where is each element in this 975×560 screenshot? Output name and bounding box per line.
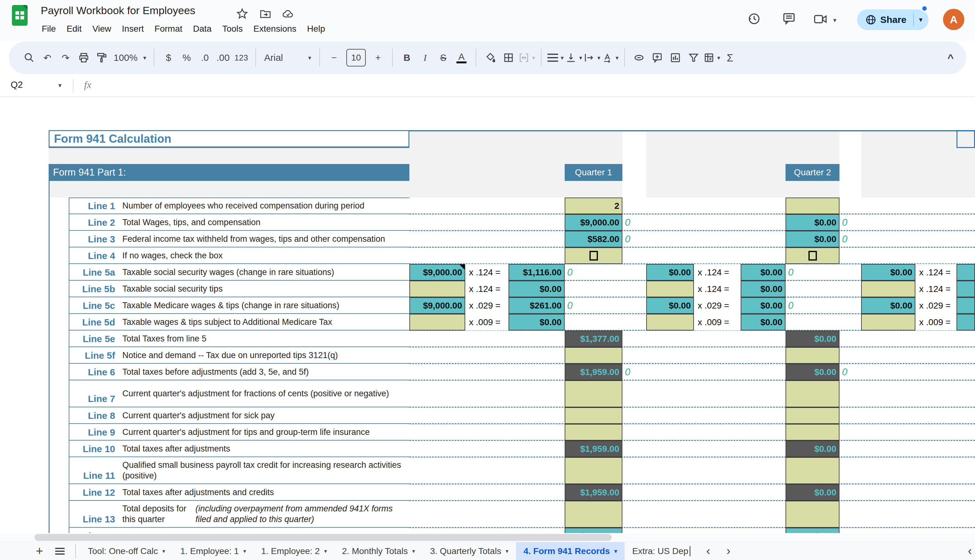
line-desc-11[interactable]: Taxable social security tips xyxy=(122,281,409,297)
tab-caret[interactable]: ▾ xyxy=(614,548,617,555)
star-icon[interactable] xyxy=(236,8,249,20)
cell-F13[interactable]: x .009 = xyxy=(465,314,509,330)
horizontal-scrollbar-thumb[interactable] xyxy=(35,534,612,541)
tab-1-employee-2[interactable]: 1. Employee: 2▾ xyxy=(254,542,334,560)
cell-H18[interactable] xyxy=(565,407,623,424)
cell-O10[interactable]: $0.00 xyxy=(861,264,915,281)
line-desc-15[interactable]: Notice and demand -- Tax due on unreport… xyxy=(122,347,409,364)
tab-scroll-right-icon[interactable]: › xyxy=(718,542,739,560)
tab-caret[interactable]: ▾ xyxy=(243,548,246,555)
share-dropdown-caret[interactable]: ▾ xyxy=(919,16,922,24)
cell-H20[interactable]: $1,959.00 xyxy=(565,440,623,457)
search-icon[interactable] xyxy=(20,48,38,68)
cell-M15[interactable] xyxy=(786,347,840,364)
cell-G11[interactable]: $0.00 xyxy=(509,281,565,297)
sheets-logo-icon[interactable] xyxy=(12,5,28,26)
cell-M8[interactable]: $0.00 xyxy=(786,231,840,247)
text-color-button[interactable]: A xyxy=(452,48,471,68)
comments-icon[interactable] xyxy=(782,11,796,26)
line-label-24[interactable]: Line 14 xyxy=(69,528,116,533)
horizontal-align-icon[interactable]: ▾ xyxy=(546,48,565,68)
line-desc-16[interactable]: Total taxes before adjustments (add 3, 5… xyxy=(122,364,409,380)
line-label-17[interactable]: Line 7 xyxy=(69,380,116,407)
line-label-13[interactable]: Line 5d xyxy=(69,314,116,330)
meet-camera-icon[interactable] xyxy=(813,12,828,26)
line-desc-23[interactable]: Total deposits for this quarter (includi… xyxy=(122,501,409,528)
line-desc-10[interactable]: Taxable social security wages (change in… xyxy=(122,264,409,281)
cell-H19[interactable] xyxy=(565,424,623,440)
cell-G10[interactable]: $1,116.00 xyxy=(509,264,565,281)
cell-J13[interactable] xyxy=(646,314,694,330)
line-desc-21[interactable]: Qualified small business payroll tax cre… xyxy=(122,457,409,484)
account-avatar[interactable]: A xyxy=(943,9,964,30)
menu-format[interactable]: Format xyxy=(149,21,188,37)
cell-H22[interactable]: $1,959.00 xyxy=(565,484,623,501)
cell-F12[interactable]: x .029 = xyxy=(465,297,509,314)
more-formats-button[interactable]: 123 xyxy=(232,48,250,68)
line-label-21[interactable]: Line 11 xyxy=(69,457,116,484)
tab-caret[interactable]: ▾ xyxy=(412,548,415,555)
line-desc-12[interactable]: Taxable Medicare wages & tips (change in… xyxy=(122,297,409,314)
cell-G12[interactable]: $261.00 xyxy=(509,297,565,314)
cell-E11[interactable] xyxy=(409,281,465,297)
cell-H6[interactable]: 2 xyxy=(565,198,623,214)
cell-P11[interactable]: x .124 = xyxy=(915,281,957,297)
menu-view[interactable]: View xyxy=(87,21,116,37)
add-sheet-button[interactable]: + xyxy=(30,542,49,560)
cell-P13[interactable]: x .009 = xyxy=(915,314,957,330)
line-desc-20[interactable]: Total taxes after adjustments xyxy=(122,440,409,457)
cell-M17[interactable] xyxy=(786,380,840,407)
name-box[interactable]: Q2 xyxy=(11,80,23,90)
cell-M18[interactable] xyxy=(786,407,840,424)
cell-Q13[interactable] xyxy=(957,314,975,330)
cell-M22[interactable]: $0.00 xyxy=(786,484,840,501)
selected-cell-q2[interactable] xyxy=(957,130,975,148)
tab-caret[interactable]: ▾ xyxy=(324,548,327,555)
line-desc-13[interactable]: Taxable wages & tips subject to Addition… xyxy=(122,314,409,330)
horizontal-scrollbar[interactable] xyxy=(0,533,975,542)
collapse-toolbar-button[interactable]: ^ xyxy=(947,52,954,64)
line-desc-14[interactable]: Total Taxes from line 5 xyxy=(122,330,409,347)
cell-H17[interactable] xyxy=(565,380,623,407)
line-label-8[interactable]: Line 3 xyxy=(69,231,116,247)
currency-format-button[interactable]: $ xyxy=(159,48,177,68)
cell-M14[interactable]: $0.00 xyxy=(786,330,840,347)
cell-Q11[interactable] xyxy=(957,281,975,297)
cloud-status-icon[interactable] xyxy=(282,8,294,20)
cell-G13[interactable]: $0.00 xyxy=(509,314,565,330)
line-desc-18[interactable]: Current quarter's adjustment for sick pa… xyxy=(122,407,409,424)
line-label-11[interactable]: Line 5b xyxy=(69,281,116,297)
cell-M21[interactable] xyxy=(786,457,840,484)
tab-1-employee-1[interactable]: 1. Employee: 1▾ xyxy=(173,542,254,560)
menu-data[interactable]: Data xyxy=(188,21,217,37)
formula-input[interactable] xyxy=(100,78,969,93)
cell-E12[interactable]: $9,000.00 xyxy=(409,297,465,314)
insert-comment-icon[interactable] xyxy=(648,48,666,68)
cell-L12[interactable]: $0.00 xyxy=(741,297,786,314)
cell-H15[interactable] xyxy=(565,347,623,364)
cell-J12[interactable]: $0.00 xyxy=(646,297,694,314)
undo-icon[interactable]: ↶ xyxy=(38,48,57,68)
menu-tools[interactable]: Tools xyxy=(217,21,248,37)
line-label-9[interactable]: Line 4 xyxy=(69,247,116,264)
cell-E13[interactable] xyxy=(409,314,465,330)
tab-4-form-941-records[interactable]: 4. Form 941 Records▾ xyxy=(516,542,625,560)
cell-L11[interactable]: $0.00 xyxy=(741,281,786,297)
decrease-font-size-button[interactable]: − xyxy=(325,48,343,68)
line-label-16[interactable]: Line 6 xyxy=(69,364,116,380)
line-label-19[interactable]: Line 9 xyxy=(69,424,116,440)
camera-dropdown-caret[interactable]: ▾ xyxy=(833,16,836,24)
cell-O11[interactable] xyxy=(861,281,915,297)
print-icon[interactable] xyxy=(75,48,93,68)
cell-O12[interactable]: $0.00 xyxy=(861,297,915,314)
tab-caret[interactable]: ▾ xyxy=(162,548,165,555)
cell-H14[interactable]: $1,377.00 xyxy=(565,330,623,347)
cell-Q10[interactable] xyxy=(957,264,975,281)
percent-format-button[interactable]: % xyxy=(177,48,196,68)
menu-file[interactable]: File xyxy=(37,21,61,37)
line-desc-24[interactable] xyxy=(122,528,409,533)
name-box-caret[interactable]: ▾ xyxy=(58,82,62,89)
cell-M7[interactable]: $0.00 xyxy=(786,214,840,231)
cell-F11[interactable]: x .124 = xyxy=(465,281,509,297)
data-views-icon[interactable]: ▾ xyxy=(703,48,721,68)
